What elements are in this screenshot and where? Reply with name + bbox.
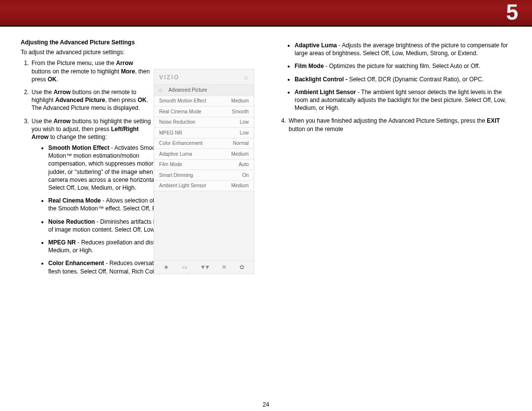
- bullet-title: Film Mode: [295, 63, 324, 69]
- setting-bullets-right: Adaptive Luma - Adjusts the average brig…: [278, 41, 511, 112]
- osd-row-value: On: [242, 172, 249, 179]
- header-band: 5: [0, 0, 532, 27]
- osd-row: Color EnhancementNormal: [154, 138, 254, 149]
- osd-row-label: Adaptive Luma: [159, 151, 192, 158]
- osd-row-label: Film Mode: [159, 161, 182, 168]
- osd-row: Film ModeAuto: [154, 160, 254, 171]
- osd-footer: ★ ▭ ▼▼ ✕ ✿: [154, 260, 254, 274]
- bullet-film-mode: Film Mode - Optimizes the picture for wa…: [295, 62, 511, 70]
- home-icon: ⌂: [244, 73, 249, 81]
- text: , then press: [105, 97, 137, 103]
- bullet-adaptive-luma: Adaptive Luma - Adjusts the average brig…: [295, 41, 511, 57]
- text: When you have finished adjusting the Adv…: [289, 117, 487, 124]
- bullet-title: Color Enhancement: [48, 260, 104, 267]
- osd-row: Noise ReductionLow: [154, 117, 254, 128]
- bullet-title: MPEG NR: [48, 239, 76, 246]
- osd-title-row: ◁ Advanced Picture: [154, 84, 254, 96]
- text-bold: More: [121, 68, 135, 75]
- osd-row: Ambient Light SensorMedium: [154, 181, 254, 192]
- chapter-number: 5: [506, 0, 518, 25]
- bullet-desc: - Optimizes the picture for watching fil…: [324, 63, 480, 69]
- osd-row-label: Ambient Light Sensor: [159, 182, 206, 189]
- right-column: Adaptive Luma - Adjusts the average brig…: [278, 38, 511, 398]
- text: Use the: [32, 89, 54, 96]
- osd-row: MPEG NRLow: [154, 128, 254, 138]
- bullet-title: Noise Reduction: [48, 218, 95, 225]
- osd-row-label: Color Enhancement: [159, 140, 202, 147]
- v-icon: ▼▼: [200, 263, 209, 271]
- osd-row-label: Real Cinema Mode: [159, 108, 201, 115]
- text: button on the remote: [289, 126, 343, 133]
- text: to change the setting:: [49, 134, 107, 140]
- osd-row-value: Auto: [238, 161, 249, 168]
- osd-row: Smart DimmingOn: [154, 170, 254, 181]
- cc-icon: ▭: [182, 263, 187, 271]
- osd-row-value: Medium: [231, 98, 249, 104]
- page-body: Adjusting the Advanced Picture Settings …: [21, 38, 511, 398]
- text-bold: Arrow: [116, 60, 133, 67]
- osd-row: Smooth Motion EffectMedium: [154, 96, 254, 107]
- osd-row-value: Medium: [231, 151, 249, 158]
- osd-row-value: Low: [240, 130, 249, 137]
- osd-header: VIZIO ⌂: [154, 69, 254, 84]
- steps-list-continued: When you have finished adjusting the Adv…: [278, 117, 511, 133]
- step-1: From the Picture menu, use the Arrow but…: [31, 59, 152, 83]
- text-bold: EXIT: [487, 117, 500, 124]
- osd-row-value: Smooth: [232, 108, 249, 115]
- section-heading: Adjusting the Advanced Picture Settings: [21, 38, 254, 46]
- osd-menu: VIZIO ⌂ ◁ Advanced Picture Smooth Motion…: [154, 69, 254, 274]
- intro-text: To adjust the advanced picture settings:: [21, 48, 254, 56]
- text-bold: Arrow: [54, 118, 71, 125]
- text-bold: Advanced Picture: [55, 97, 105, 103]
- osd-title: Advanced Picture: [168, 87, 207, 94]
- bullet-title: Smooth Motion Effect: [48, 144, 109, 151]
- text-bold: OK: [48, 76, 57, 83]
- osd-row-value: Normal: [233, 140, 249, 147]
- osd-row-label: Smart Dimming: [159, 172, 193, 179]
- osd-row: Real Cinema ModeSmooth: [154, 106, 254, 117]
- bullet-title: Ambient Light Sensor: [295, 89, 356, 96]
- bullet-smooth-motion: Smooth Motion Effect - Activates Smooth …: [48, 144, 169, 192]
- star-icon: ★: [164, 263, 169, 271]
- osd-logo: VIZIO: [159, 73, 179, 81]
- osd-row-label: MPEG NR: [159, 130, 182, 137]
- left-column: Adjusting the Advanced Picture Settings …: [21, 38, 254, 398]
- bullet-title: Backlight Control -: [295, 76, 349, 83]
- osd-row-label: Noise Reduction: [159, 119, 195, 126]
- osd-row: Adaptive LumaMedium: [154, 149, 254, 160]
- text: From the Picture menu, use the: [32, 60, 116, 67]
- text: buttons on the remote to highlight: [32, 68, 121, 75]
- page-number: 24: [0, 401, 532, 408]
- osd-body-spacer: [154, 191, 254, 260]
- gear-icon: ✿: [239, 263, 244, 271]
- osd-row-label: Smooth Motion Effect: [159, 98, 206, 104]
- osd-row-value: Medium: [231, 182, 249, 189]
- text: .: [57, 76, 58, 83]
- osd-rows: Smooth Motion EffectMediumReal Cinema Mo…: [154, 96, 254, 192]
- bullet-title: Adaptive Luma: [295, 42, 337, 49]
- bullet-title: Real Cinema Mode: [48, 197, 101, 204]
- text-bold: OK: [137, 97, 146, 103]
- osd-row-value: Low: [240, 119, 249, 126]
- bullet-ambient-light-sensor: Ambient Light Sensor - The ambient light…: [295, 88, 511, 112]
- bullet-backlight-control: Backlight Control - Select Off, DCR (Dyn…: [295, 75, 511, 83]
- bullet-desc: Select Off, DCR (Dynamic Contrast Ratio)…: [349, 76, 484, 83]
- bullet-desc: - Activates Smooth Motion™ motion estima…: [48, 144, 163, 191]
- x-icon: ✕: [222, 263, 227, 271]
- text: Use the: [32, 118, 54, 125]
- text-bold: Arrow: [54, 89, 71, 96]
- step-2: Use the Arrow buttons on the remote to h…: [31, 88, 152, 112]
- back-icon: ◁: [158, 87, 162, 93]
- step-4: When you have finished adjusting the Adv…: [288, 117, 511, 133]
